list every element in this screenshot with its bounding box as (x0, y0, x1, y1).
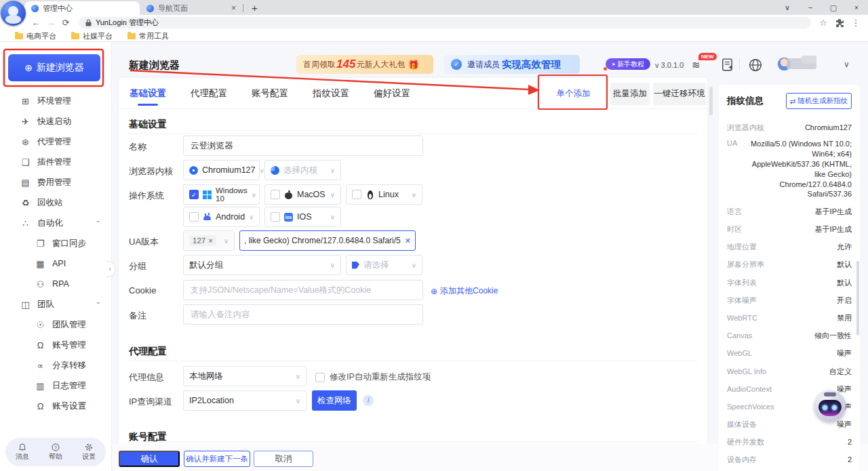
tab-fingerprint-settings[interactable]: 指纹设置 (313, 78, 349, 108)
back-icon[interactable]: ← (28, 18, 43, 28)
help-button[interactable]: ? 帮助 (49, 443, 62, 462)
clear-ua-icon[interactable]: ✕ (405, 237, 411, 245)
checkbox-checked[interactable]: ✓ (189, 190, 199, 199)
tutorial-pill-button[interactable]: ➤ 新手教程 (606, 58, 650, 70)
confirm-and-next-button[interactable]: 确认并新建下一条 (184, 451, 250, 467)
automation-icon: ∴ (20, 218, 31, 228)
sidebar-item-team-mgmt[interactable]: ☉团队管理 (0, 314, 112, 335)
layers-icon[interactable]: ≋ (692, 59, 707, 73)
checkbox-unchecked[interactable] (315, 373, 325, 382)
single-add-button[interactable]: 单个添加 (541, 79, 606, 108)
sidebar: ⊕ 新建浏览器 ⊞环境管理 ✈快速启动 ⊛代理管理 ❑插件管理 ▤费用管理 ♻回… (0, 42, 112, 471)
url-text: YunLogin 管理中心 (96, 18, 159, 28)
bookmark-folder[interactable]: 电商平台 (15, 31, 56, 41)
sidebar-item-account-settings[interactable]: Ω账号设置 (0, 396, 112, 416)
os-android-select[interactable]: Android ∨ (183, 207, 260, 227)
tab-account-config[interactable]: 账号配置 (252, 78, 288, 108)
browser-tab-inactive[interactable]: 导航页面 × (140, 1, 243, 15)
regen-fp-checkbox-row[interactable]: 修改IP自动重新生成指纹项 (315, 371, 431, 383)
confirm-button[interactable]: 确认 (119, 451, 180, 467)
name-input[interactable]: 云登浏览器 (183, 136, 423, 156)
tab-close-icon[interactable]: × (231, 3, 236, 13)
sidebar-group-automation[interactable]: ∴自动化⌃ (0, 213, 112, 233)
fingerprint-scrollbar[interactable] (856, 261, 859, 335)
window-close-button[interactable]: × (845, 0, 868, 15)
sidebar-collapse-handle[interactable]: ‹ (106, 261, 115, 277)
window-minimize-button[interactable]: − (799, 0, 822, 15)
tab-search-icon[interactable]: ∨ (776, 0, 799, 15)
bookmark-star-icon[interactable]: ☆ (816, 18, 830, 28)
info-icon[interactable]: i (363, 395, 374, 406)
sidebar-item-billing[interactable]: ▤费用管理 (0, 172, 112, 192)
ip-channel-select[interactable]: IP2Location ∨ (183, 390, 307, 411)
sidebar-item-api[interactable]: ▦API (0, 253, 112, 274)
tab-proxy-config[interactable]: 代理配置 (191, 78, 227, 108)
regen-fingerprint-button[interactable]: ⇄ 随机生成新指纹 (786, 93, 852, 109)
sidebar-item-quick-launch[interactable]: ✈快速启动 (0, 111, 112, 131)
sidebar-item-environment[interactable]: ⊞环境管理 (0, 91, 112, 111)
batch-add-button[interactable]: 批量添加 (610, 83, 650, 105)
rpa-robot-icon: ⚇ (35, 279, 45, 289)
browser-tab-active[interactable]: 管理中心 (24, 1, 140, 15)
bookmark-folder[interactable]: 社媒平台 (71, 31, 113, 41)
migrate-env-button[interactable]: 一键迁移环境 (653, 83, 706, 105)
tab-basic-settings[interactable]: 基础设置 (130, 78, 166, 108)
tab-preference-settings[interactable]: 偏好设置 (374, 78, 410, 108)
promo-banner-gift[interactable]: 首周领取145元新人大礼包 🎁 (296, 55, 433, 74)
group-tag-select[interactable]: 请选择 ∨ (346, 255, 422, 275)
group-select[interactable]: 默认分组 ∨ (183, 255, 341, 275)
sidebar-item-window-sync[interactable]: ❐窗口同步 (0, 233, 112, 253)
checkbox-unchecked[interactable] (189, 212, 199, 222)
sidebar-item-share-transfer[interactable]: ∝分享转移 (0, 355, 112, 375)
team-mgmt-icon: ☉ (35, 320, 45, 330)
new-browser-button[interactable]: ⊕ 新建浏览器 (8, 54, 100, 81)
remove-tag-icon[interactable]: × (208, 237, 213, 245)
bookmark-folder[interactable]: 常用工具 (127, 31, 169, 41)
settings-button[interactable]: 设置 (82, 443, 96, 462)
sidebar-item-proxy[interactable]: ⊛代理管理 (0, 131, 112, 152)
window-maximize-button[interactable]: ▢ (822, 0, 845, 15)
new-tab-button[interactable]: + (246, 2, 263, 14)
sidebar-item-rpa[interactable]: ⚇RPA (0, 274, 112, 294)
os-windows-select[interactable]: ✓ Windows 10 ∨ (183, 184, 260, 205)
os-linux-select[interactable]: Linux ∨ (346, 184, 422, 205)
divider (129, 361, 697, 361)
chevron-down-icon: ∨ (330, 167, 335, 174)
os-macos-select[interactable]: MacOS ∨ (264, 184, 341, 205)
ua-string-input[interactable]: , like Gecko) Chrome/127.0.6484.0 Safari… (239, 230, 416, 251)
chevron-up-icon: ⌃ (96, 220, 101, 227)
extensions-puzzle-icon[interactable] (833, 18, 846, 28)
proxy-select[interactable]: 本地网络 ∨ (183, 366, 307, 386)
address-bar[interactable]: YunLogin 管理中心 (79, 17, 811, 28)
remark-input[interactable]: 请输入备注内容 (183, 304, 423, 325)
sidebar-item-plugins[interactable]: ❑插件管理 (0, 152, 112, 172)
os-ios-select[interactable]: ios IOS ∨ (264, 207, 341, 227)
ua-version-select[interactable]: 127× ∨ (183, 230, 235, 251)
messages-button[interactable]: 消息 (16, 443, 29, 462)
globe-language-icon[interactable] (748, 58, 763, 72)
browser-menu-kebab-icon[interactable]: ⋮ (849, 18, 863, 28)
sidebar-item-recycle[interactable]: ♻回收站 (0, 192, 112, 213)
form-scrollbar[interactable] (709, 87, 713, 115)
folder-icon (127, 33, 136, 39)
reload-icon[interactable]: ⟳ (58, 18, 73, 28)
sidebar-group-team[interactable]: ◫团队⌃ (0, 294, 112, 314)
check-network-button[interactable]: 检查网络 (312, 390, 357, 411)
add-cookie-link[interactable]: ⊕ 添加其他Cookie (431, 285, 498, 297)
assistant-robot-mascot[interactable] (814, 390, 846, 422)
document-export-icon[interactable] (720, 58, 735, 72)
sidebar-item-logs[interactable]: ▥日志管理 (0, 375, 112, 396)
checkbox-unchecked[interactable] (352, 190, 361, 199)
bookmark-label: 常用工具 (139, 31, 169, 41)
forward-icon[interactable]: → (43, 18, 58, 28)
kernel-select-2[interactable]: 选择内核 ∨ (264, 160, 341, 180)
checkbox-unchecked[interactable] (271, 190, 280, 199)
promo-banner-invite[interactable]: ✓ 邀请成员实现高效管理 (444, 55, 580, 74)
checkbox-unchecked[interactable] (271, 212, 280, 222)
account-chevron-down-icon[interactable]: ∨ (844, 60, 850, 69)
cancel-button[interactable]: 取消 (254, 451, 313, 467)
kernel-select[interactable]: Chromium127 ∨ (183, 160, 260, 180)
sidebar-item-account-mgmt[interactable]: Ω账号管理 (0, 335, 112, 355)
cookie-input[interactable]: 支持JSON/Netscape/Name=Value格式的Cookie (183, 280, 423, 300)
gift-icon: 🎁 (408, 60, 418, 70)
